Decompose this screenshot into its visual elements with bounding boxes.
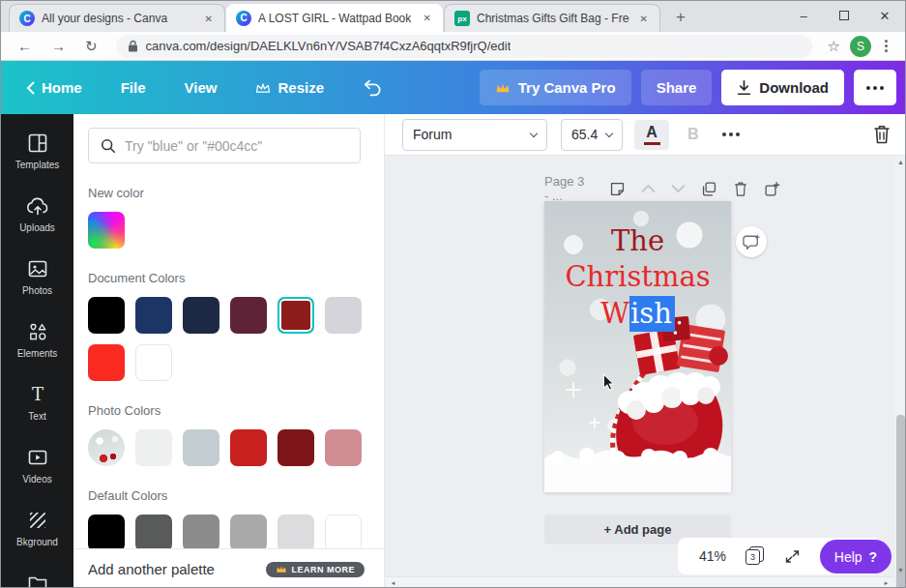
maximize-button[interactable] xyxy=(824,1,864,30)
undo-button[interactable] xyxy=(363,78,383,97)
color-swatch[interactable] xyxy=(88,297,125,334)
design-title-line2[interactable]: Christmas xyxy=(544,259,731,294)
add-notes-button[interactable] xyxy=(609,181,626,197)
color-swatch[interactable] xyxy=(183,297,219,334)
url-omnibox[interactable]: canva.com/design/DAELKLVn6nY/VSAB7f4CxzA… xyxy=(116,35,812,58)
color-swatch[interactable] xyxy=(88,344,125,381)
sidebar-item-templates[interactable]: Templates xyxy=(1,129,73,173)
minimize-button[interactable]: – xyxy=(783,1,824,30)
undo-icon xyxy=(363,78,383,97)
tab-wattpad-cover[interactable]: C A LOST GIRL - Wattpad Book Co ✕ xyxy=(226,4,443,32)
download-button[interactable]: Download xyxy=(721,70,844,105)
tab-all-your-designs[interactable]: C All your designs - Canva ✕ xyxy=(9,4,225,32)
tab-strip: C All your designs - Canva ✕ C A LOST GI… xyxy=(1,1,905,32)
bookmark-star-icon[interactable]: ☆ xyxy=(824,38,844,55)
color-swatch[interactable] xyxy=(135,514,172,551)
new-color-label: New color xyxy=(88,186,361,200)
photo-thumbnail[interactable] xyxy=(88,429,125,466)
add-page-icon-button[interactable] xyxy=(764,181,780,197)
sidebar-item-elements[interactable]: Elements xyxy=(1,317,73,362)
vertical-scrollbar[interactable]: ▲ ▼ xyxy=(894,156,906,576)
photo-colors-label: Photo Colors xyxy=(88,403,361,418)
sidebar-item-videos[interactable]: Videos xyxy=(1,443,73,487)
color-search-input[interactable] xyxy=(125,138,348,154)
design-page[interactable]: The Christmas Wish xyxy=(544,201,731,492)
scroll-right-icon[interactable]: ▸ xyxy=(880,577,892,588)
font-family-select[interactable]: Forum xyxy=(402,119,547,151)
add-comment-button[interactable] xyxy=(736,226,767,257)
pages-indicator[interactable]: 3 xyxy=(745,546,765,566)
zoom-level[interactable]: 41% xyxy=(699,548,726,564)
home-button[interactable]: Home xyxy=(26,79,82,96)
toolbar-more-button[interactable] xyxy=(715,132,747,136)
tab-close-icon[interactable]: ✕ xyxy=(420,11,435,25)
help-button[interactable]: Help ? xyxy=(820,540,891,573)
duplicate-page-button[interactable] xyxy=(701,181,717,197)
chevron-down-icon xyxy=(605,129,613,136)
editor-area: Forum 65.4 A B Page 3 - ... xyxy=(385,114,906,588)
font-size-select[interactable]: 65.4 xyxy=(561,119,623,151)
text-color-button[interactable]: A xyxy=(634,120,669,150)
color-swatch[interactable] xyxy=(88,514,125,551)
view-menu[interactable]: View xyxy=(185,79,218,96)
resize-button[interactable]: Resize xyxy=(255,79,324,96)
new-color-picker[interactable] xyxy=(88,212,125,249)
close-window-button[interactable]: ✕ xyxy=(864,1,905,30)
sidebar-item-background[interactable]: Bkground xyxy=(1,506,73,550)
videos-icon xyxy=(26,446,49,469)
reload-icon[interactable]: ↻ xyxy=(78,38,104,55)
bold-button[interactable]: B xyxy=(678,126,709,143)
color-swatch[interactable] xyxy=(278,297,314,334)
color-swatch[interactable] xyxy=(135,297,172,334)
header-more-button[interactable] xyxy=(854,70,896,105)
color-search-box[interactable] xyxy=(88,128,361,163)
move-page-up-button[interactable] xyxy=(641,184,656,193)
text-color-swatch-bar xyxy=(644,142,660,145)
color-swatch[interactable] xyxy=(183,514,219,551)
vertical-scroll-thumb[interactable] xyxy=(896,415,905,588)
selected-text: ish xyxy=(629,296,675,332)
color-swatch[interactable] xyxy=(325,429,362,466)
tab-close-icon[interactable]: ✕ xyxy=(201,12,217,26)
color-swatch[interactable] xyxy=(278,429,314,466)
scroll-down-icon[interactable]: ▼ xyxy=(894,564,906,576)
folder-icon[interactable] xyxy=(26,571,49,588)
download-icon xyxy=(737,80,751,96)
color-swatch[interactable] xyxy=(325,514,362,551)
color-swatch[interactable] xyxy=(135,429,172,466)
share-button[interactable]: Share xyxy=(641,70,713,105)
tab-close-icon[interactable]: ✕ xyxy=(636,12,652,26)
try-canva-pro-button[interactable]: Try Canva Pro xyxy=(480,70,631,105)
browser-menu-icon[interactable] xyxy=(877,40,895,52)
color-swatch[interactable] xyxy=(325,297,362,334)
color-swatch[interactable] xyxy=(230,429,267,466)
learn-more-badge[interactable]: LEARN MORE xyxy=(266,562,365,577)
forward-icon[interactable]: → xyxy=(44,38,73,54)
profile-avatar[interactable]: S xyxy=(850,36,871,57)
new-tab-button[interactable]: + xyxy=(668,5,693,30)
delete-page-button[interactable] xyxy=(733,181,748,197)
scroll-up-icon[interactable]: ▲ xyxy=(894,156,906,168)
scroll-left-icon[interactable]: ◂ xyxy=(387,577,399,588)
sidebar-item-photos[interactable]: Photos xyxy=(1,254,73,299)
comment-bubble-icon xyxy=(743,234,760,250)
delete-element-button[interactable] xyxy=(872,124,891,145)
sidebar-item-text[interactable]: T Text xyxy=(1,380,73,425)
page-count: 3 xyxy=(745,549,760,565)
add-palette-label[interactable]: Add another palette xyxy=(88,561,215,577)
color-swatch[interactable] xyxy=(135,344,172,381)
color-swatch[interactable] xyxy=(230,297,267,334)
more-dots-icon xyxy=(866,86,884,90)
horizontal-scrollbar[interactable]: ◂ ▸ xyxy=(385,576,894,588)
fullscreen-icon[interactable] xyxy=(784,548,801,565)
back-icon[interactable]: ← xyxy=(11,38,39,54)
color-swatch[interactable] xyxy=(278,514,314,551)
design-title-line1[interactable]: The xyxy=(544,223,731,258)
tab-christmas-gifts[interactable]: px Christmas Gifts Gift Bag - Free pl ✕ xyxy=(444,4,660,32)
file-menu[interactable]: File xyxy=(121,79,146,96)
sidebar-item-uploads[interactable]: Uploads xyxy=(1,191,73,236)
color-swatch[interactable] xyxy=(230,514,267,551)
color-swatch[interactable] xyxy=(183,429,219,466)
design-title-line3[interactable]: Wish xyxy=(544,296,731,331)
move-page-down-button[interactable] xyxy=(671,184,686,193)
